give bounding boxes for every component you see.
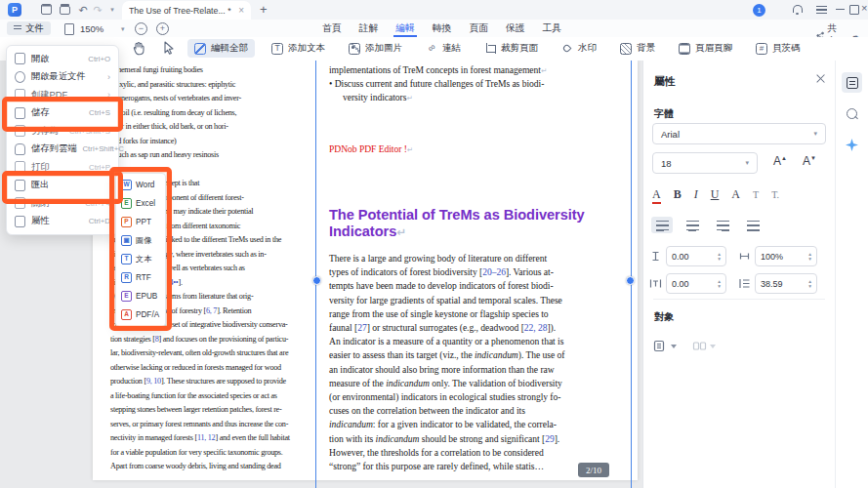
properties-panel-toggle[interactable] <box>842 72 862 93</box>
file-menu-item[interactable]: 開啟最近文件 › <box>7 68 118 87</box>
undo-icon[interactable]: ↶ <box>77 4 89 16</box>
toolbar-button[interactable]: 貝茨碼 <box>749 39 807 58</box>
align-left-button[interactable] <box>651 217 673 233</box>
document-text-line: a life-boating function for the associat… <box>110 389 310 404</box>
history-dropdown-icon[interactable]: ▾ <box>106 4 118 16</box>
decrease-font-size-button[interactable]: A▼ <box>803 154 816 168</box>
font-family-select[interactable]: Arial ▾ <box>652 123 826 144</box>
stepper-arrows[interactable]: ▴▾ <box>808 279 811 288</box>
new-tab-button[interactable]: + <box>260 2 268 17</box>
stepper-arrows[interactable]: ▴▾ <box>808 252 811 261</box>
file-menu-item[interactable]: 另存為 Ctrl+Shift+S › <box>7 122 118 141</box>
format-button[interactable]: A <box>652 187 661 204</box>
zoom-out-icon[interactable]: − <box>135 22 147 35</box>
selection-handle-left[interactable] <box>312 276 321 285</box>
ribbon-tab[interactable]: 保護 <box>504 20 527 37</box>
font-size-select[interactable]: 18 ▾ <box>652 152 758 174</box>
file-menu-item[interactable]: 匯出 › <box>7 177 118 195</box>
selection-handle-right[interactable] <box>626 276 635 285</box>
font-size-value: 18 <box>661 158 672 169</box>
panel-close-icon[interactable] <box>815 73 826 84</box>
export-format-item[interactable]: E Excel <box>116 194 165 213</box>
hand-tool-icon[interactable] <box>132 41 145 56</box>
align-justify-button[interactable] <box>742 217 764 233</box>
window-restore-button[interactable] <box>849 5 859 15</box>
search-button[interactable] <box>842 103 862 124</box>
file-menu-item[interactable]: 儲存 Ctrl+S › <box>7 104 118 123</box>
window-minimize-button[interactable] <box>836 9 845 10</box>
char-spacing-input[interactable]: 0.00 ▴▾ <box>666 246 726 266</box>
export-format-item[interactable]: T 文本 <box>116 250 165 268</box>
align-center-button[interactable] <box>682 217 703 233</box>
ribbon-tab[interactable]: 頁面 <box>467 20 490 37</box>
file-menu-item[interactable]: 屬性 Ctrl+D › <box>7 213 118 231</box>
pdf-page[interactable]: ephemeral fungi fruiting bodiesepixylic,… <box>93 61 638 480</box>
select-tool-icon[interactable] <box>163 41 175 55</box>
file-menu-button[interactable]: 文件 <box>7 21 51 35</box>
increase-font-size-button[interactable]: A▲ <box>773 154 787 168</box>
format-button[interactable]: T <box>753 189 759 200</box>
toolbar-button[interactable]: 背景 <box>613 39 662 58</box>
export-format-item[interactable]: R RTF <box>116 268 165 287</box>
file-menu-item[interactable]: 開啟 Ctrl+O › <box>7 50 118 68</box>
search-icon <box>847 108 857 119</box>
toolbar-button[interactable]: 頁眉頁腳 <box>672 39 739 58</box>
quick-save-icon[interactable] <box>41 4 52 15</box>
align-center-icon <box>686 221 699 230</box>
file-menu-item-label: 打印 <box>31 161 83 174</box>
toolbar-button[interactable]: 水印 <box>555 39 603 58</box>
toolbar-button-icon <box>620 43 632 55</box>
file-menu-item[interactable]: 創建PDF › <box>7 86 118 104</box>
file-menu-item[interactable]: 儲存到雲端 Ctrl+Shift+C › <box>7 141 118 159</box>
font-family-value: Arial <box>661 129 680 140</box>
ribbon-tab[interactable]: 編輯 <box>393 20 417 37</box>
ribbon-tab[interactable]: 首頁 <box>320 20 344 37</box>
side-rail <box>835 61 868 488</box>
zoom-level[interactable]: 150% <box>80 23 103 34</box>
export-format-item[interactable]: ▣ 圖像 <box>116 231 165 250</box>
export-format-item[interactable]: A PDF/A <box>116 305 165 324</box>
line-spacing-input[interactable]: 38.59 ▴▾ <box>755 273 817 294</box>
align-right-button[interactable] <box>712 217 733 233</box>
redo-icon[interactable]: ↷ <box>92 4 103 16</box>
file-menu-item[interactable]: 打印 Ctrl+P › <box>7 158 118 177</box>
main-menu-icon[interactable] <box>816 6 827 14</box>
format-button[interactable]: U <box>711 187 720 202</box>
toolbar-button[interactable]: 添加文本 <box>265 39 332 58</box>
document-tab[interactable]: The Use of Tree-Relate... * × <box>122 1 251 20</box>
ribbon-tab[interactable]: 轉換 <box>431 20 454 37</box>
format-button[interactable]: I <box>694 187 698 202</box>
zoom-dropdown-icon[interactable]: ▾ <box>121 25 125 33</box>
file-menu-item-label: 儲存到雲端 <box>31 142 76 155</box>
quick-print-icon[interactable] <box>60 6 70 15</box>
user-avatar[interactable]: 1 <box>753 4 765 17</box>
toolbar-button[interactable]: 裁剪頁面 <box>477 39 545 58</box>
align-objects-button[interactable] <box>653 340 677 352</box>
tab-close-icon[interactable]: × <box>238 5 244 16</box>
toolbar-button[interactable]: 編輯全部 <box>187 39 255 58</box>
ai-assistant-button[interactable] <box>842 135 862 155</box>
word-spacing-input[interactable]: 0.00 ▴▾ <box>666 273 726 294</box>
format-button[interactable]: A <box>731 187 740 202</box>
toolbar-button-icon <box>484 43 496 55</box>
edited-red-text[interactable]: PDNob PDF Editor !↵ <box>329 142 413 157</box>
ribbon-tab[interactable]: 工具 <box>541 20 564 37</box>
file-menu-item-shortcut: Ctrl+D <box>89 217 110 225</box>
stepper-arrows[interactable]: ▴▾ <box>718 279 721 288</box>
toolbar-button[interactable]: 添加圖片 <box>342 39 409 58</box>
toolbar-button[interactable]: 連結 <box>419 39 468 58</box>
distribute-objects-button[interactable] <box>692 340 716 352</box>
window-close-button[interactable]: × <box>861 2 867 14</box>
zoom-in-icon[interactable]: + <box>156 22 169 35</box>
notifications-bell-icon[interactable] <box>793 5 803 13</box>
horizontal-scale-input[interactable]: 100% ▴▾ <box>755 246 817 266</box>
export-format-item[interactable]: E EPUB <box>116 287 165 305</box>
ribbon-tab[interactable]: 註解 <box>357 20 381 37</box>
file-menu-item[interactable]: 關閉 Ctrl+F4 › <box>7 194 118 213</box>
format-button[interactable]: T. <box>771 189 779 200</box>
object-tools-row <box>653 340 716 352</box>
export-format-item[interactable]: W Word <box>116 176 165 194</box>
export-format-item[interactable]: P PPT <box>116 213 165 231</box>
format-button[interactable]: B <box>674 187 682 202</box>
stepper-arrows[interactable]: ▴▾ <box>718 252 721 261</box>
